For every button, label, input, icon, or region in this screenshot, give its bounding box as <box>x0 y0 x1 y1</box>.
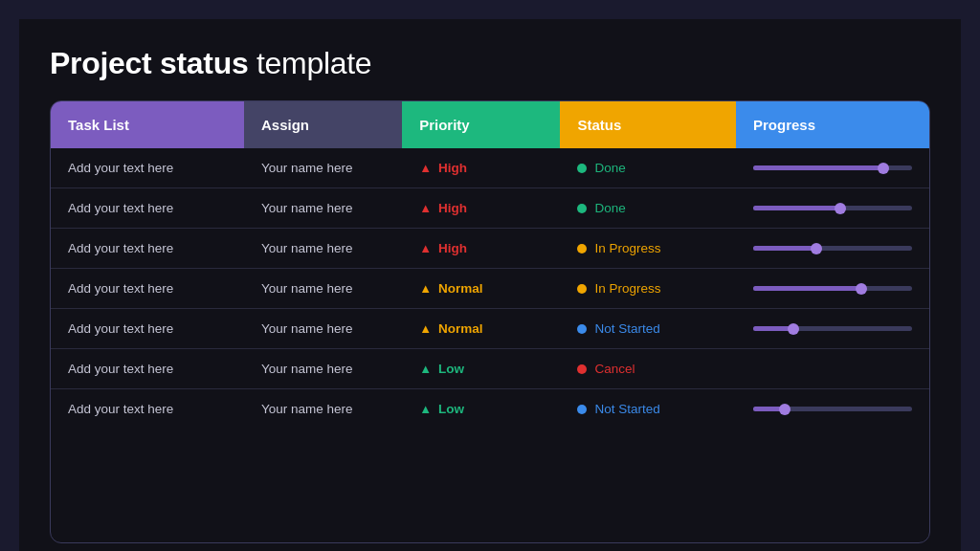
status-label: Not Started <box>594 402 659 416</box>
cell-progress[interactable] <box>736 389 929 430</box>
priority-label: Normal <box>438 281 483 296</box>
table-row: Add your text hereYour name here▲LowCanc… <box>51 349 929 389</box>
priority-icon: ▲ <box>419 161 432 175</box>
priority-icon: ▲ <box>419 241 432 255</box>
page-title-normal: template <box>248 46 371 80</box>
status-label: In Progress <box>594 241 660 255</box>
cell-assign: Your name here <box>244 389 402 430</box>
status-label: Not Started <box>594 321 659 336</box>
slider-track[interactable] <box>753 206 912 210</box>
page-wrapper: Project status template Task ListAssignP… <box>19 19 961 551</box>
slider-thumb[interactable] <box>811 243 822 254</box>
cell-task: Add your text here <box>51 309 244 349</box>
priority-cell: ▲High <box>419 241 543 255</box>
priority-cell: ▲Low <box>419 402 543 416</box>
cell-priority: ▲Low <box>402 349 560 389</box>
slider-thumb[interactable] <box>878 163 889 174</box>
status-cell: Done <box>577 161 719 175</box>
cell-assign: Your name here <box>244 309 402 349</box>
cell-progress[interactable] <box>736 309 929 349</box>
status-cell: Cancel <box>577 362 719 376</box>
header-assign: Assign <box>244 101 402 148</box>
header-priority: Priority <box>402 101 560 148</box>
progress-cell <box>753 326 912 331</box>
cell-task: Add your text here <box>51 349 244 389</box>
table-row: Add your text hereYour name here▲NormalI… <box>51 269 929 309</box>
priority-icon: ▲ <box>419 321 432 336</box>
table-row: Add your text hereYour name here▲HighIn … <box>51 229 929 269</box>
cell-status: Not Started <box>560 309 736 349</box>
cell-priority: ▲High <box>402 229 560 269</box>
priority-cell: ▲High <box>419 201 543 215</box>
slider-fill <box>753 206 840 210</box>
slider-thumb[interactable] <box>788 323 799 335</box>
priority-cell: ▲Low <box>419 362 543 376</box>
cell-task: Add your text here <box>51 188 244 229</box>
status-label: Cancel <box>594 362 635 376</box>
cell-assign: Your name here <box>244 188 402 229</box>
table-container: Task ListAssignPriorityStatusProgress Ad… <box>50 100 930 543</box>
status-dot <box>577 284 587 294</box>
cell-task: Add your text here <box>51 389 244 430</box>
slider-track[interactable] <box>753 246 912 251</box>
priority-icon: ▲ <box>419 281 432 296</box>
priority-cell: ▲Normal <box>419 281 543 296</box>
cell-status: In Progress <box>560 269 736 309</box>
priority-label: High <box>438 161 467 175</box>
status-label: In Progress <box>594 281 660 296</box>
cell-assign: Your name here <box>244 148 402 188</box>
progress-cell <box>753 246 912 251</box>
status-dot <box>577 405 587 414</box>
cell-task: Add your text here <box>51 269 244 309</box>
status-dot <box>577 364 587 374</box>
cell-assign: Your name here <box>244 269 402 309</box>
slider-fill <box>753 165 883 170</box>
slider-thumb[interactable] <box>835 203 846 214</box>
status-label: Done <box>594 201 625 215</box>
page-title-bold: Project status <box>50 46 248 80</box>
status-dot <box>577 244 587 253</box>
status-cell: In Progress <box>577 241 719 255</box>
cell-progress[interactable] <box>736 229 929 269</box>
cell-priority: ▲Normal <box>402 309 560 349</box>
cell-progress[interactable] <box>736 349 929 389</box>
slider-thumb[interactable] <box>856 283 867 295</box>
priority-icon: ▲ <box>419 402 432 416</box>
cell-progress[interactable] <box>736 269 929 309</box>
priority-label: Low <box>438 362 464 376</box>
status-cell: Not Started <box>577 321 719 336</box>
table-header: Task ListAssignPriorityStatusProgress <box>51 101 929 148</box>
priority-icon: ▲ <box>419 201 432 215</box>
cell-assign: Your name here <box>244 349 402 389</box>
priority-cell: ▲High <box>419 161 543 175</box>
slider-track[interactable] <box>753 165 912 170</box>
cell-status: Cancel <box>560 349 736 389</box>
cell-priority: ▲High <box>402 188 560 229</box>
status-table: Task ListAssignPriorityStatusProgress Ad… <box>51 101 929 429</box>
slider-fill <box>753 286 861 291</box>
priority-icon: ▲ <box>419 362 432 376</box>
priority-cell: ▲Normal <box>419 321 543 336</box>
slider-thumb[interactable] <box>779 404 791 415</box>
cell-progress[interactable] <box>736 148 929 188</box>
page-title: Project status template <box>50 46 930 81</box>
slider-fill <box>753 246 816 251</box>
slider-track[interactable] <box>753 326 912 331</box>
cell-status: In Progress <box>560 229 736 269</box>
priority-label: Normal <box>438 321 483 336</box>
status-cell: Not Started <box>577 402 719 416</box>
priority-label: High <box>438 241 467 255</box>
header-status: Status <box>560 101 736 148</box>
progress-cell <box>753 407 912 411</box>
progress-cell <box>753 206 912 210</box>
slider-track[interactable] <box>753 407 912 411</box>
cell-progress[interactable] <box>736 188 929 229</box>
progress-cell <box>753 165 912 170</box>
table-body: Add your text hereYour name here▲HighDon… <box>51 148 929 429</box>
cell-assign: Your name here <box>244 229 402 269</box>
slider-track[interactable] <box>753 286 912 291</box>
cell-priority: ▲Normal <box>402 269 560 309</box>
status-cell: Done <box>577 201 719 215</box>
cell-task: Add your text here <box>51 229 244 269</box>
cell-status: Done <box>560 188 736 229</box>
